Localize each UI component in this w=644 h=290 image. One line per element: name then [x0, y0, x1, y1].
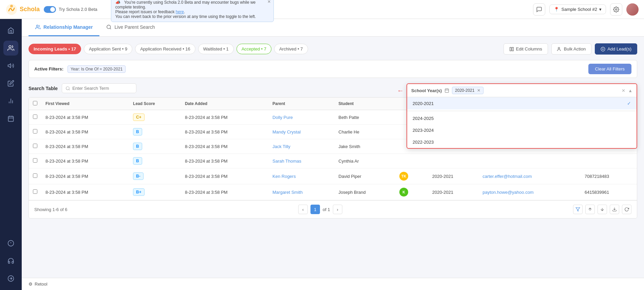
dropdown-label: School Year(s): [411, 88, 442, 93]
parent-link[interactable]: Dolly Pure: [272, 115, 293, 120]
dropdown-option-2022-2023[interactable]: 2022-2023: [407, 136, 637, 148]
status-tab-application-sent[interactable]: Application Sent • 9: [84, 44, 132, 54]
row-checkbox[interactable]: [29, 154, 41, 168]
parent-link[interactable]: Ken Rogers: [272, 174, 296, 179]
checkmark-icon: ✓: [627, 101, 631, 106]
status-tab-application-received[interactable]: Application Received • 16: [135, 44, 195, 54]
page-1-button[interactable]: 1: [310, 205, 320, 214]
table-row: 8-23-2024 at 3:58 PM B 8-23-2024 at 3:58…: [29, 154, 637, 168]
status-tab-archived[interactable]: Archived • 7: [274, 44, 308, 54]
col-student: Student: [335, 98, 396, 110]
row-date-added: 8-23-2024 at 3:58 PM: [181, 110, 268, 125]
sidebar-item-calendar[interactable]: [3, 111, 18, 126]
row-lead-score: C+: [129, 110, 181, 125]
row-parent: Mandy Crystal: [268, 125, 335, 139]
dropdown-search-input[interactable]: [486, 88, 619, 93]
download-icon: [612, 207, 617, 212]
prev-page-button[interactable]: ‹: [298, 205, 308, 214]
svg-point-18: [107, 25, 111, 29]
waitlisted-label: Waitlisted • 1: [203, 46, 229, 51]
edit-columns-button[interactable]: Edit Columns: [504, 43, 548, 55]
notification-close[interactable]: ✕: [267, 0, 271, 4]
sidebar-item-home[interactable]: [3, 23, 18, 38]
row-parent: Dolly Pure: [268, 110, 335, 125]
parent-link[interactable]: Mandy Crystal: [272, 129, 301, 134]
row-date-added: 8-23-2024 at 3:58 PM: [181, 139, 268, 154]
row-lead-score: B: [129, 154, 181, 168]
row-checkbox[interactable]: [29, 139, 41, 154]
pagination-actions: [573, 205, 631, 214]
dropdown-option-2020-2021[interactable]: 2020-2021 ✓ ←: [407, 97, 637, 109]
download-button[interactable]: [610, 205, 619, 214]
select-all-checkbox[interactable]: [33, 101, 37, 105]
search-input[interactable]: [72, 86, 120, 91]
sidebar-item-users[interactable]: [3, 41, 18, 56]
dropdown-option-2023-2024[interactable]: 2023-2024: [407, 124, 637, 136]
row-checkbox[interactable]: [29, 184, 41, 200]
bulk-action-button[interactable]: Bulk Action: [551, 43, 591, 55]
notification-link[interactable]: here: [176, 9, 184, 14]
svg-point-22: [558, 47, 560, 49]
gear-icon: [613, 6, 619, 13]
of-text: of 1: [323, 207, 330, 212]
sort-asc-button[interactable]: [585, 205, 595, 214]
edit-columns-label: Edit Columns: [516, 46, 542, 51]
svg-point-3: [9, 46, 11, 48]
add-leads-button[interactable]: Add Lead(s): [595, 43, 637, 55]
user-avatar[interactable]: [626, 3, 639, 16]
row-student: Jake Smith: [335, 139, 396, 154]
logo[interactable]: Schola: [5, 3, 40, 16]
row-date-added: 8-23-2024 at 3:58 PM: [181, 125, 268, 139]
broadcast-icon: [7, 62, 14, 69]
sort-asc-icon: [588, 207, 592, 212]
table-row: 8-23-2024 at 3:58 PM B- 8-23-2024 at 3:5…: [29, 168, 637, 184]
dropdown-clear-icon[interactable]: ✕: [622, 88, 625, 93]
chat-button[interactable]: [533, 3, 545, 16]
clear-all-filters-button[interactable]: Clear All Filters: [588, 64, 631, 74]
dropdown-header: School Year(s) 2020-2021 ✕ ✕ ▲: [407, 84, 637, 97]
tab-relationship-manager[interactable]: Relationship Manager: [29, 19, 99, 36]
beta-toggle[interactable]: [44, 6, 56, 13]
lead-badge: B: [133, 143, 142, 150]
sidebar-item-pencil[interactable]: [3, 76, 18, 91]
parent-link[interactable]: Jack Tilly: [272, 144, 290, 149]
columns-icon: [509, 47, 514, 51]
svg-point-26: [66, 86, 69, 89]
row-checkbox[interactable]: [29, 168, 41, 184]
row-first-viewed: 8-23-2024 at 3:58 PM: [41, 154, 129, 168]
row-checkbox[interactable]: [29, 110, 41, 125]
sort-desc-button[interactable]: [598, 205, 607, 214]
dropdown-chevron-up-icon[interactable]: ▲: [628, 88, 632, 93]
settings-button[interactable]: [610, 3, 622, 16]
beta-label: Try Schola 2.0 Beta: [59, 7, 97, 12]
speaker-icon: 📣: [115, 0, 120, 5]
remove-year-tag[interactable]: ✕: [477, 88, 480, 93]
next-page-button[interactable]: ›: [333, 205, 342, 214]
chat-icon: [536, 6, 542, 13]
school-selector[interactable]: 📍 Sample School #2 ▾: [549, 4, 606, 14]
col-lead-score: Lead Score: [129, 98, 181, 110]
search-table-label: Search Table: [29, 86, 58, 91]
filter-icon-button[interactable]: [573, 205, 583, 214]
filter-icon: [575, 207, 580, 212]
row-date-added: 8-23-2024 at 3:58 PM: [181, 154, 268, 168]
content-area: Incoming Leads • 17 Application Sent • 9…: [22, 37, 644, 225]
svg-point-1: [10, 5, 13, 7]
status-tab-incoming-leads[interactable]: Incoming Leads • 17: [29, 44, 81, 54]
sidebar-item-analytics[interactable]: [3, 94, 18, 108]
selected-year-value: 2020-2021: [455, 88, 474, 93]
search-input-wrap[interactable]: [62, 83, 136, 93]
row-parent: Sarah Thomas: [268, 154, 335, 168]
status-tab-accepted[interactable]: Accepted • 7: [236, 44, 271, 54]
parent-link[interactable]: Sarah Thomas: [272, 159, 301, 164]
dropdown-option-2024-2025[interactable]: 2024-2025: [407, 112, 637, 124]
pagination-bar: Showing 1-6 of 6 ‹ 1 of 1 ›: [29, 200, 637, 218]
dropdown-divider: [407, 111, 637, 111]
refresh-button[interactable]: [622, 205, 631, 214]
status-tab-waitlisted[interactable]: Waitlisted • 1: [198, 44, 234, 54]
row-checkbox[interactable]: [29, 125, 41, 139]
sidebar-item-broadcast[interactable]: [3, 58, 18, 73]
parent-link[interactable]: Margaret Smith: [272, 190, 303, 195]
location-search-icon: [106, 24, 112, 30]
topbar: Schola Try Schola 2.0 Beta 📣 You're curr…: [0, 0, 644, 19]
